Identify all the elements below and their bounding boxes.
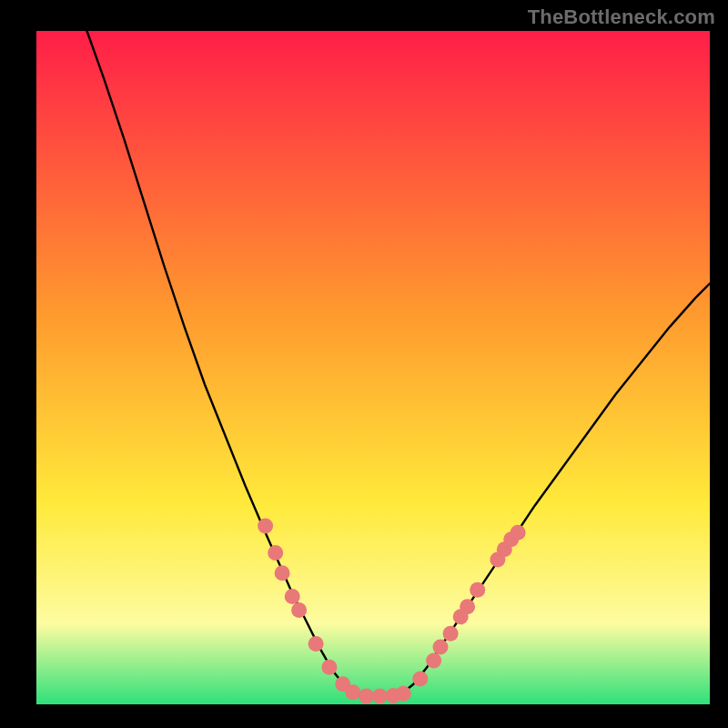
highlight-dot	[268, 545, 283, 561]
highlight-dot	[372, 689, 388, 704]
highlight-dot	[470, 582, 485, 598]
highlight-dot	[275, 565, 290, 581]
bottleneck-chart	[0, 0, 728, 728]
plot-background	[36, 31, 710, 704]
highlight-dot	[345, 684, 360, 700]
highlight-dot	[433, 640, 449, 655]
highlight-dot	[359, 689, 374, 704]
highlight-dot	[443, 626, 459, 642]
watermark-text: TheBottleneck.com	[528, 5, 715, 29]
highlight-dot	[321, 660, 337, 675]
chart-frame: { "watermark": "TheBottleneck.com", "col…	[0, 0, 728, 728]
highlight-dot	[426, 652, 441, 668]
highlight-dot	[396, 686, 411, 702]
highlight-dot	[291, 602, 307, 618]
highlight-dot	[258, 518, 273, 533]
highlight-dot	[285, 589, 300, 604]
highlight-dot	[460, 599, 475, 614]
highlight-dot	[511, 525, 526, 541]
highlight-dot	[308, 636, 324, 652]
highlight-dot	[412, 671, 428, 686]
